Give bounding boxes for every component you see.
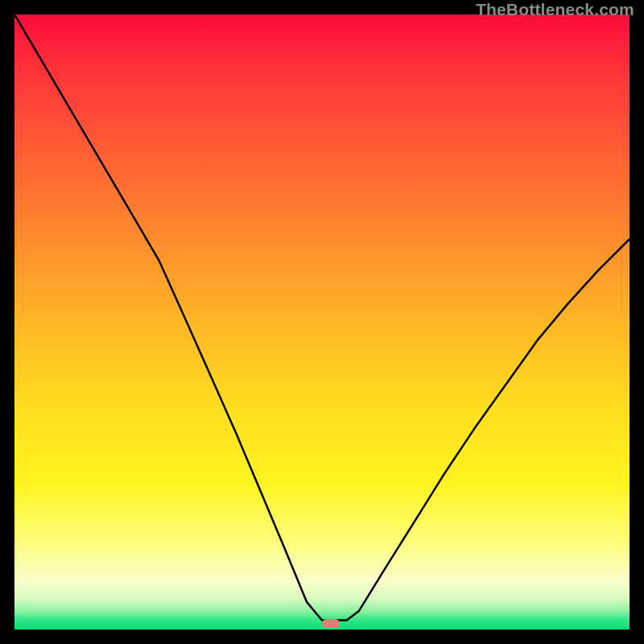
plot-area: [14, 14, 630, 630]
curve-path: [14, 14, 630, 621]
current-point-marker: [322, 619, 340, 628]
chart-frame: { "watermark": "TheBottleneck.com", "mar…: [0, 0, 644, 644]
bottleneck-curve: [14, 14, 630, 630]
watermark-text: TheBottleneck.com: [476, 0, 634, 19]
